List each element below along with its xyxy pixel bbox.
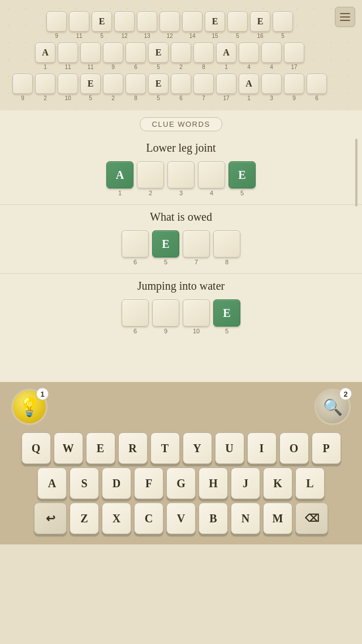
tile[interactable] xyxy=(171,74,191,94)
clue-tile-3-3[interactable]: 10 xyxy=(183,299,210,334)
clue-tile-1-2[interactable]: 2 xyxy=(137,161,164,196)
tile[interactable] xyxy=(171,42,191,63)
letter-tile-blank[interactable] xyxy=(152,299,179,327)
key-A[interactable]: A xyxy=(37,467,67,499)
cell-r3-12[interactable]: 3 xyxy=(261,74,282,101)
tile[interactable] xyxy=(216,74,236,94)
key-O[interactable]: O xyxy=(279,432,309,464)
letter-tile-A[interactable]: A xyxy=(106,161,133,188)
clue-tile-1-4[interactable]: 4 xyxy=(198,161,225,196)
tile[interactable]: A xyxy=(216,42,236,63)
key-N[interactable]: N xyxy=(231,503,260,534)
tile[interactable] xyxy=(273,11,293,32)
cell-r3-10[interactable]: 17 xyxy=(216,74,236,101)
cell-r1-5[interactable]: 13 xyxy=(137,11,157,39)
hamburger-button[interactable] xyxy=(335,7,355,27)
tile[interactable] xyxy=(227,11,248,32)
cell-r2-12[interactable]: 17 xyxy=(284,42,304,70)
tile[interactable] xyxy=(114,11,135,32)
clue-tile-1-3[interactable]: 3 xyxy=(167,161,195,196)
cell-r2-4[interactable]: 9 xyxy=(103,42,123,70)
key-F[interactable]: F xyxy=(134,467,163,499)
tile[interactable] xyxy=(126,42,146,63)
cell-r1-1[interactable]: 9 xyxy=(46,11,67,39)
cell-r3-1[interactable]: 9 xyxy=(12,74,33,101)
key-C[interactable]: C xyxy=(134,503,163,534)
letter-tile-E[interactable]: E xyxy=(213,299,240,327)
tile[interactable]: A xyxy=(35,42,55,63)
cell-r1-11[interactable]: 5 xyxy=(273,11,293,39)
key-L[interactable]: L xyxy=(295,467,325,499)
letter-tile-blank[interactable] xyxy=(213,230,240,257)
bulb-powerup[interactable]: 💡 1 xyxy=(9,387,50,427)
tile[interactable]: E xyxy=(80,74,101,94)
key-G[interactable]: G xyxy=(166,467,196,499)
key-backspace[interactable]: ⌫ xyxy=(295,503,328,534)
letter-tile-blank[interactable] xyxy=(122,299,149,327)
cell-r2-6[interactable]: E5 xyxy=(148,42,169,70)
tile[interactable] xyxy=(80,42,101,63)
letter-tile-blank[interactable] xyxy=(137,161,164,188)
cell-r2-1[interactable]: A1 xyxy=(35,42,55,70)
tile[interactable] xyxy=(307,74,327,94)
tile[interactable] xyxy=(69,11,89,32)
clue-tile-2-4[interactable]: 8 xyxy=(213,230,240,265)
tile[interactable]: E xyxy=(92,11,112,32)
cell-r3-7[interactable]: E5 xyxy=(148,74,169,101)
cell-r3-11[interactable]: A1 xyxy=(239,74,259,101)
letter-tile-blank[interactable] xyxy=(198,161,225,188)
tile[interactable] xyxy=(261,42,282,63)
cell-r2-11[interactable]: 4 xyxy=(261,42,282,70)
key-Q[interactable]: Q xyxy=(21,432,51,464)
tile[interactable] xyxy=(284,74,304,94)
key-T[interactable]: T xyxy=(150,432,180,464)
cell-r2-2[interactable]: 11 xyxy=(58,42,78,70)
tile[interactable]: E xyxy=(148,74,169,94)
cell-r2-7[interactable]: 2 xyxy=(171,42,191,70)
cell-r3-4[interactable]: E5 xyxy=(80,74,101,101)
key-R[interactable]: R xyxy=(118,432,148,464)
tile[interactable]: E xyxy=(205,11,225,32)
cell-r1-4[interactable]: 12 xyxy=(114,11,135,39)
key-M[interactable]: M xyxy=(263,503,292,534)
tile[interactable] xyxy=(35,74,55,94)
cell-r3-14[interactable]: 6 xyxy=(307,74,327,101)
tile[interactable] xyxy=(12,74,33,94)
tile[interactable] xyxy=(193,74,214,94)
cell-r2-10[interactable]: 4 xyxy=(239,42,259,70)
cell-r1-10[interactable]: E16 xyxy=(250,11,270,39)
tile[interactable]: A xyxy=(239,74,259,94)
key-J[interactable]: J xyxy=(231,467,260,499)
key-B[interactable]: B xyxy=(199,503,228,534)
clue-tile-1-5[interactable]: E 5 xyxy=(229,161,256,196)
clue-tile-3-1[interactable]: 6 xyxy=(122,299,149,334)
tile[interactable]: E xyxy=(250,11,270,32)
letter-tile-E[interactable]: E xyxy=(152,230,179,257)
tile[interactable] xyxy=(284,42,304,63)
cell-r3-8[interactable]: 6 xyxy=(171,74,191,101)
cell-r2-5[interactable]: 6 xyxy=(126,42,146,70)
letter-tile-blank[interactable] xyxy=(122,230,149,257)
letter-tile-blank[interactable] xyxy=(183,230,210,257)
tile[interactable] xyxy=(193,42,214,63)
cell-r2-3[interactable]: 11 xyxy=(80,42,101,70)
clue-tile-1-1[interactable]: A 1 xyxy=(106,161,133,196)
cell-r1-9[interactable]: 5 xyxy=(227,11,248,39)
cell-r2-9[interactable]: A1 xyxy=(216,42,236,70)
tile[interactable] xyxy=(126,74,146,94)
tile[interactable]: E xyxy=(148,42,169,63)
key-Y[interactable]: Y xyxy=(183,432,212,464)
tile[interactable] xyxy=(261,74,282,94)
tile[interactable] xyxy=(137,11,157,32)
key-I[interactable]: I xyxy=(247,432,277,464)
letter-tile-blank[interactable] xyxy=(183,299,210,327)
clue-tile-2-1[interactable]: 6 xyxy=(122,230,149,265)
key-X[interactable]: X xyxy=(102,503,131,534)
tile[interactable] xyxy=(103,74,123,94)
key-S[interactable]: S xyxy=(70,467,99,499)
cell-r1-7[interactable]: 14 xyxy=(182,11,202,39)
letter-tile-blank[interactable] xyxy=(167,161,195,188)
cell-r3-9[interactable]: 7 xyxy=(193,74,214,101)
key-K[interactable]: K xyxy=(263,467,292,499)
clue-tile-2-2[interactable]: E 5 xyxy=(152,230,179,265)
